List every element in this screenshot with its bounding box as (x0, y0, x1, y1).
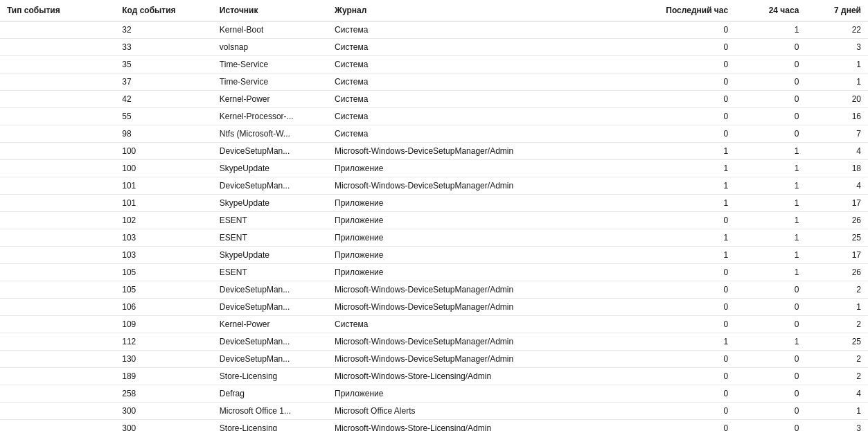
table-row[interactable]: 102ESENTПриложение0126 (0, 212, 868, 229)
cell-journal: Система (328, 21, 638, 39)
table-row[interactable]: 103SkypeUpdateПриложение1117 (0, 247, 868, 264)
header-code[interactable]: Код события (115, 0, 213, 21)
cell-lasthour: 0 (638, 108, 736, 125)
table-row[interactable]: 42Kernel-PowerСистема0020 (0, 91, 868, 108)
header-source[interactable]: Источник (213, 0, 328, 21)
cell-24h: 1 (735, 229, 806, 247)
cell-source: Defrag (213, 385, 328, 403)
cell-24h: 0 (735, 403, 806, 420)
cell-code: 101 (115, 177, 213, 195)
table-row[interactable]: 300Store-LicensingMicrosoft-Windows-Stor… (0, 420, 868, 432)
table-row[interactable]: 103ESENTПриложение1125 (0, 229, 868, 247)
table-row[interactable]: 106DeviceSetupMan...Microsoft-Windows-De… (0, 299, 868, 316)
cell-lasthour: 0 (638, 125, 736, 143)
cell-lasthour: 1 (638, 195, 736, 212)
cell-code: 130 (115, 351, 213, 368)
cell-code: 32 (115, 21, 213, 39)
cell-source: ESENT (213, 229, 328, 247)
cell-source: volsnap (213, 39, 328, 56)
cell-24h: 1 (735, 177, 806, 195)
table-row[interactable]: 258DefragПриложение004 (0, 385, 868, 403)
cell-lasthour: 0 (638, 21, 736, 39)
events-table: Тип события Код события Источник Журнал … (0, 0, 868, 431)
header-24h[interactable]: 24 часа (735, 0, 806, 21)
table-row[interactable]: 55Kernel-Processor-...Система0016 (0, 108, 868, 125)
cell-code: 98 (115, 125, 213, 143)
cell-7d: 1 (806, 403, 868, 420)
table-row[interactable]: 105ESENTПриложение0126 (0, 264, 868, 281)
header-7d[interactable]: 7 дней (806, 0, 868, 21)
header-type[interactable]: Тип события (0, 0, 115, 21)
cell-7d: 2 (806, 351, 868, 368)
cell-24h: 0 (735, 281, 806, 299)
cell-7d: 3 (806, 39, 868, 56)
table-row[interactable]: 100DeviceSetupMan...Microsoft-Windows-De… (0, 143, 868, 160)
table-row[interactable]: 35Time-ServiceСистема001 (0, 56, 868, 73)
table-row[interactable]: 100SkypeUpdateПриложение1118 (0, 160, 868, 177)
main-container: Тип события Код события Источник Журнал … (0, 0, 868, 431)
cell-24h: 0 (735, 73, 806, 91)
cell-lasthour: 0 (638, 281, 736, 299)
header-lasthour[interactable]: Последний час (638, 0, 736, 21)
cell-7d: 2 (806, 281, 868, 299)
table-row[interactable]: 33volsnapСистема003 (0, 39, 868, 56)
cell-code: 189 (115, 368, 213, 385)
table-row[interactable]: 130DeviceSetupMan...Microsoft-Windows-De… (0, 351, 868, 368)
cell-code: 112 (115, 333, 213, 351)
cell-type (0, 229, 115, 247)
cell-journal: Система (328, 91, 638, 108)
cell-code: 106 (115, 299, 213, 316)
cell-source: Kernel-Power (213, 91, 328, 108)
table-row[interactable]: 105DeviceSetupMan...Microsoft-Windows-De… (0, 281, 868, 299)
cell-type (0, 385, 115, 403)
cell-24h: 1 (735, 160, 806, 177)
cell-journal: Приложение (328, 229, 638, 247)
cell-7d: 1 (806, 56, 868, 73)
cell-lasthour: 1 (638, 333, 736, 351)
cell-journal: Microsoft-Windows-DeviceSetupManager/Adm… (328, 177, 638, 195)
cell-lasthour: 0 (638, 56, 736, 73)
cell-lasthour: 0 (638, 39, 736, 56)
cell-code: 103 (115, 247, 213, 264)
cell-7d: 22 (806, 21, 868, 39)
cell-code: 37 (115, 73, 213, 91)
cell-journal: Microsoft-Windows-DeviceSetupManager/Adm… (328, 299, 638, 316)
cell-journal: Microsoft-Windows-Store-Licensing/Admin (328, 420, 638, 432)
table-row[interactable]: 101DeviceSetupMan...Microsoft-Windows-De… (0, 177, 868, 195)
cell-24h: 0 (735, 368, 806, 385)
cell-code: 109 (115, 316, 213, 333)
cell-7d: 25 (806, 333, 868, 351)
cell-7d: 26 (806, 212, 868, 229)
cell-24h: 0 (735, 108, 806, 125)
cell-type (0, 91, 115, 108)
cell-lasthour: 1 (638, 247, 736, 264)
cell-source: DeviceSetupMan... (213, 143, 328, 160)
cell-source: Time-Service (213, 56, 328, 73)
cell-lasthour: 0 (638, 316, 736, 333)
table-header-row: Тип события Код события Источник Журнал … (0, 0, 868, 21)
cell-journal: Приложение (328, 264, 638, 281)
cell-24h: 1 (735, 264, 806, 281)
header-journal[interactable]: Журнал (328, 0, 638, 21)
table-row[interactable]: 109Kernel-PowerСистема002 (0, 316, 868, 333)
cell-lasthour: 1 (638, 160, 736, 177)
table-row[interactable]: 98Ntfs (Microsoft-W...Система007 (0, 125, 868, 143)
cell-code: 100 (115, 143, 213, 160)
cell-type (0, 247, 115, 264)
cell-7d: 20 (806, 91, 868, 108)
table-row[interactable]: 189Store-LicensingMicrosoft-Windows-Stor… (0, 368, 868, 385)
cell-7d: 4 (806, 143, 868, 160)
table-row[interactable]: 37Time-ServiceСистема001 (0, 73, 868, 91)
cell-7d: 1 (806, 299, 868, 316)
table-row[interactable]: 112DeviceSetupMan...Microsoft-Windows-De… (0, 333, 868, 351)
cell-24h: 1 (735, 21, 806, 39)
cell-type (0, 177, 115, 195)
cell-lasthour: 0 (638, 385, 736, 403)
cell-source: DeviceSetupMan... (213, 333, 328, 351)
table-row[interactable]: 101SkypeUpdateПриложение1117 (0, 195, 868, 212)
table-row[interactable]: 300Microsoft Office 1...Microsoft Office… (0, 403, 868, 420)
table-row[interactable]: 32Kernel-BootСистема0122 (0, 21, 868, 39)
cell-type (0, 316, 115, 333)
cell-source: ESENT (213, 264, 328, 281)
cell-lasthour: 0 (638, 299, 736, 316)
